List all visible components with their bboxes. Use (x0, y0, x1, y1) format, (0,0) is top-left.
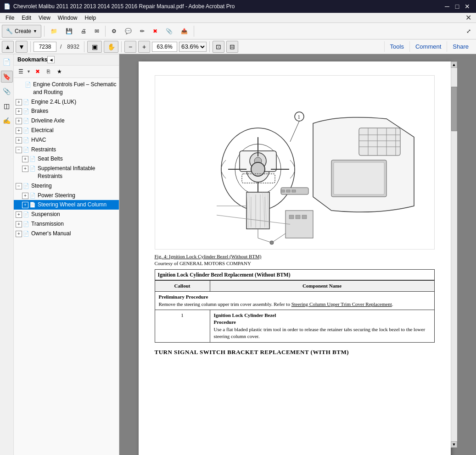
maximize-button[interactable]: □ (452, 1, 462, 11)
tree-item-power-steering[interactable]: + 📄 Power Steering (14, 191, 119, 200)
zoom-in-button[interactable]: + (138, 41, 150, 53)
scrollbar-track[interactable] (451, 68, 457, 441)
settings-button[interactable]: ⚙ (108, 25, 120, 38)
close-pdf-btn[interactable]: ✖ (150, 25, 161, 38)
car-diagram-svg: 1 (157, 78, 432, 247)
menu-file[interactable]: File (2, 14, 18, 22)
tree-label-steering-wheel: Steering Wheel and Column (38, 201, 117, 209)
scrollbar[interactable]: ▲ ▼ (451, 61, 457, 448)
layers-icon[interactable]: ◫ (1, 100, 13, 112)
tree-label-electrical: Electrical (31, 127, 117, 134)
tree-item-driveline[interactable]: + 📄 Driveline Axle (14, 116, 119, 126)
scrollbar-thumb[interactable] (451, 87, 457, 132)
steering-column-link[interactable]: Steering Column Upper Trim Cover Replace… (291, 301, 392, 307)
tree-toggle-engine24l[interactable]: + (16, 99, 22, 105)
bookmarks-list-view-button[interactable]: ☰ (16, 67, 26, 76)
tree-item-owners-manual[interactable]: + 📄 Owner's Manual (14, 229, 119, 239)
tree-toggle-seat-belts[interactable]: + (22, 156, 28, 162)
edit-btn[interactable]: ✏ (137, 25, 148, 38)
tree-toggle-restraints[interactable]: − (16, 147, 22, 153)
fig-caption-link[interactable]: Fig. 4: Ignition Lock Cylinder Bezel (Wi… (155, 254, 262, 259)
zoom-input[interactable] (152, 42, 177, 52)
bookmarks-copy-button[interactable]: ⎘ (44, 67, 54, 76)
tree-item-supplemental[interactable]: + 📄 Supplemental Inflatable Restraints (14, 164, 119, 181)
tree-toggle-brakes[interactable]: + (16, 108, 22, 115)
close-button[interactable]: ✕ (462, 1, 472, 11)
fit-width-button[interactable]: ⊟ (226, 41, 238, 53)
fig-caption: Fig. 4: Ignition Lock Cylinder Bezel (Wi… (155, 253, 435, 267)
tree-item-suspension[interactable]: + 📄 Suspension (14, 210, 119, 219)
content-area[interactable]: 1 (119, 54, 476, 455)
signature-icon[interactable]: ✍ (1, 115, 13, 127)
nav-separator-4 (209, 41, 210, 52)
tree-toggle-supplemental[interactable]: + (22, 166, 28, 172)
comment-btn[interactable]: 💬 (122, 25, 135, 38)
dropdown-arrow-icon: ▼ (33, 29, 37, 33)
menu-edit[interactable]: Edit (18, 14, 35, 22)
menu-close-button[interactable]: ✕ (463, 13, 474, 22)
tree-label-steering: Steering (31, 182, 117, 190)
menu-view[interactable]: View (35, 14, 54, 22)
save-icon: 💾 (66, 28, 73, 34)
tree-item-hvac[interactable]: + 📄 HVAC (14, 135, 119, 145)
zoom-dropdown[interactable]: 63.6% 50% 75% 100% 125% 150% (179, 42, 207, 52)
print-button[interactable]: 🖨 (78, 25, 90, 38)
table-row-1: 1 Ignition Lock Cylinder Bezel Procedure… (155, 310, 434, 343)
callout-1: 1 (155, 310, 210, 343)
bookmarks-star-button[interactable]: ★ (55, 67, 65, 76)
menu-window[interactable]: Window (54, 14, 81, 22)
attach-btn[interactable]: 📎 (162, 25, 176, 38)
tree-item-seat-belts[interactable]: + 📄 Seat Belts (14, 154, 119, 164)
tree-toggle-power-steering[interactable]: + (22, 193, 28, 199)
tools-button[interactable]: Tools (384, 41, 409, 52)
tree-toggle-suspension[interactable]: + (16, 211, 22, 218)
tree-item-electrical[interactable]: + 📄 Electrical (14, 126, 119, 135)
tree-toggle-electrical[interactable]: + (16, 128, 22, 134)
tree-toggle-steering-wheel[interactable]: + (22, 202, 28, 208)
page-up-button[interactable]: ▲ (2, 41, 14, 53)
open-button[interactable]: 📁 (47, 25, 61, 38)
tree-toggle-steering[interactable]: − (16, 183, 22, 189)
save-button[interactable]: 💾 (62, 25, 76, 38)
export-btn[interactable]: 📤 (178, 25, 191, 38)
tree-item-engine-controls[interactable]: 📄 Engine Controls Fuel – Schematic and R… (14, 80, 119, 97)
table-row-preliminary: Preliminary Procedure Remove the steerin… (155, 292, 434, 310)
scroll-down-button[interactable]: ▼ (451, 441, 457, 448)
page-down-button[interactable]: ▼ (16, 41, 28, 53)
bookmark-doc-icon-4: 📄 (23, 117, 29, 124)
page-number-input[interactable] (34, 42, 56, 52)
tree-item-brakes[interactable]: + 📄 Brakes (14, 106, 119, 116)
bookmarks-collapse-button[interactable]: ◄ (47, 56, 55, 63)
bookmark-tree: 📄 Engine Controls Fuel – Schematic and R… (14, 78, 119, 455)
tree-item-transmission[interactable]: + 📄 Transmission (14, 219, 119, 229)
select-tool-button[interactable]: ▣ (87, 41, 102, 53)
tree-item-restraints[interactable]: − 📄 Restraints (14, 145, 119, 155)
share-button[interactable]: Share (447, 41, 474, 52)
attach-icon: 📎 (166, 28, 173, 34)
zoom-out-button[interactable]: − (124, 41, 136, 53)
create-button[interactable]: 🔧 Create ▼ (2, 25, 41, 38)
menu-help[interactable]: Help (81, 14, 100, 22)
bookmark-doc-icon-15: 📄 (23, 230, 29, 237)
bookmarks-delete-button[interactable]: ✖ (33, 67, 43, 76)
tree-toggle-owners-manual[interactable]: + (16, 231, 22, 237)
page-separator: / (58, 44, 63, 50)
expand-button[interactable]: ⤢ (463, 25, 474, 38)
tree-toggle-driveline[interactable]: + (16, 118, 22, 124)
tree-label-engine24l: Engine 2.4L (LUK) (31, 98, 117, 106)
bookmarks-icon[interactable]: 🔖 (1, 71, 13, 83)
fit-page-button[interactable]: ⊡ (213, 41, 224, 53)
tree-toggle-hvac[interactable]: + (16, 137, 22, 144)
hand-tool-button[interactable]: ✋ (104, 41, 118, 53)
tree-item-engine24l[interactable]: + 📄 Engine 2.4L (LUK) (14, 97, 119, 107)
comment-nav-button[interactable]: Comment (409, 41, 447, 52)
tree-item-steering[interactable]: − 📄 Steering (14, 181, 119, 191)
attachment-icon[interactable]: 📎 (1, 85, 13, 97)
email-button[interactable]: ✉ (91, 25, 102, 38)
tree-item-steering-wheel[interactable]: + 📄 Steering Wheel and Column (14, 200, 119, 210)
page-thumbnail-icon[interactable]: 📄 (1, 56, 13, 68)
minimize-button[interactable]: ─ (442, 1, 452, 11)
scroll-up-button[interactable]: ▲ (451, 61, 457, 68)
tree-toggle-transmission[interactable]: + (16, 221, 22, 228)
replacement-table: Callout Component Name Preliminary Proce… (155, 280, 435, 343)
